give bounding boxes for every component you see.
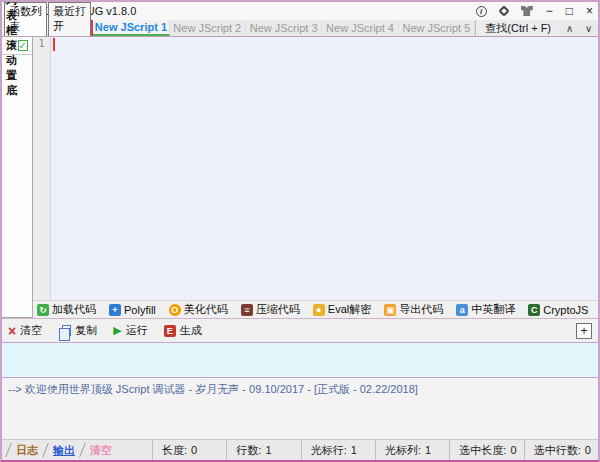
editor-tab-3[interactable]: New JScript 3: [246, 20, 322, 36]
code-editor: 1: [33, 37, 600, 300]
book-icon: C: [528, 304, 540, 316]
scroll-tabs-down-icon[interactable]: ∨: [579, 20, 598, 36]
action-toolbar: ×清空 复制 ▶运行 E生成 +: [2, 318, 598, 342]
app-window: JS WT-JS_DEBUG v1.8.0 i − □ × 函数列表 最近打开 …: [0, 0, 600, 462]
code-input-area[interactable]: [51, 37, 600, 300]
status-bar: 日志 输出 清空 长度:0 行数:1 光标行:1 光标列:1 选中长度:0 选中…: [2, 439, 598, 460]
status-field-selection-length: 选中长度:0: [449, 440, 523, 460]
export-code-button[interactable]: ▣导出代码: [384, 302, 443, 317]
shirt-icon: [521, 6, 533, 16]
info-icon[interactable]: i: [476, 6, 487, 17]
run-button[interactable]: ▶运行: [113, 323, 147, 338]
beautify-code-button[interactable]: O美化代码: [169, 302, 228, 317]
copy-icon: [62, 325, 71, 336]
console-input[interactable]: [2, 342, 598, 378]
theme-skin-icon[interactable]: [521, 6, 533, 16]
list-item-label: 列表框滚动置底: [6, 0, 18, 98]
cryptojs-button[interactable]: CCryptoJS: [528, 304, 588, 316]
scroll-tabs-up-icon[interactable]: ∧: [560, 20, 579, 36]
status-tab-clear[interactable]: 清空: [83, 443, 119, 458]
editor-tab-5[interactable]: New JScript 5: [399, 20, 475, 36]
status-field-length: 长度:0: [152, 440, 226, 460]
maximize-button[interactable]: □: [566, 6, 573, 16]
window-controls: i − □ ×: [476, 6, 593, 17]
status-field-selection-lines: 选中行数:0: [524, 440, 598, 460]
editor-tab-4[interactable]: New JScript 4: [322, 20, 398, 36]
close-button[interactable]: ×: [586, 6, 593, 16]
generate-button[interactable]: E生成: [164, 323, 202, 338]
tab-row: 函数列表 最近打开 New JScript 1 New JScript 2 Ne…: [2, 20, 598, 37]
titlebar: JS WT-JS_DEBUG v1.8.0 i − □ ×: [2, 2, 598, 20]
minimize-button[interactable]: −: [546, 6, 553, 16]
settings-gear-icon[interactable]: [500, 7, 508, 15]
translate-icon: a: [456, 304, 468, 316]
plus-icon: +: [109, 304, 121, 316]
output-log: --> 欢迎使用世界顶级 JScript 调试器 - 岁月无声 - 09.10/…: [2, 378, 598, 439]
lock-icon: ●: [313, 304, 325, 316]
copy-button[interactable]: 复制: [58, 323, 97, 338]
status-field-cursor-row: 光标行:1: [301, 440, 375, 460]
polyfill-button[interactable]: +Polyfill: [109, 304, 156, 316]
generate-e-icon: E: [164, 325, 176, 337]
status-field-cursor-col: 光标列:1: [375, 440, 449, 460]
clear-x-icon: ×: [8, 325, 16, 337]
status-field-lines: 行数:1: [226, 440, 300, 460]
welcome-message: --> 欢迎使用世界顶级 JScript 调试器 - 岁月无声 - 09.10/…: [8, 382, 592, 397]
add-tab-button[interactable]: +: [576, 323, 592, 339]
checkbox-checked-icon[interactable]: ✓: [18, 40, 28, 51]
reload-icon: ↻: [37, 304, 49, 316]
line-number-gutter: 1: [33, 37, 51, 300]
compress-code-button[interactable]: ≡压缩代码: [241, 302, 300, 317]
status-tab-output[interactable]: 输出: [46, 443, 82, 458]
beautify-icon: O: [169, 304, 181, 316]
load-code-button[interactable]: ↻加载代码: [37, 302, 96, 317]
list-item[interactable]: 列表框滚动置底 ✓: [2, 37, 32, 55]
clear-button[interactable]: ×清空: [8, 323, 42, 338]
editor-column: 1 ↻加载代码 +Polyfill O美化代码 ≡压缩代码 ●Eval解密 ▣导…: [33, 37, 600, 318]
compress-icon: ≡: [241, 304, 253, 316]
status-tab-log[interactable]: 日志: [9, 443, 45, 458]
tab-recent-files[interactable]: 最近打开: [48, 2, 91, 36]
gear-icon: [498, 5, 509, 16]
main-area: 列表框滚动置底 ✓ 1 ↻加载代码 +Polyfill O美化代码 ≡压缩代码 …: [2, 37, 598, 318]
find-button[interactable]: 查找(Ctrl + F): [475, 20, 560, 36]
function-list-panel: 列表框滚动置底 ✓: [2, 37, 33, 318]
status-tabs: 日志 输出 清空: [2, 440, 152, 460]
editor-tab-1[interactable]: New JScript 1: [93, 20, 169, 36]
code-tools-toolbar: ↻加载代码 +Polyfill O美化代码 ≡压缩代码 ●Eval解密 ▣导出代…: [33, 300, 600, 318]
text-caret: [53, 38, 55, 51]
save-icon: ▣: [384, 304, 396, 316]
eval-decrypt-button[interactable]: ●Eval解密: [313, 302, 371, 317]
editor-tab-2[interactable]: New JScript 2: [170, 20, 246, 36]
run-play-icon: ▶: [113, 324, 121, 337]
translate-button[interactable]: a中英翻译: [456, 302, 515, 317]
